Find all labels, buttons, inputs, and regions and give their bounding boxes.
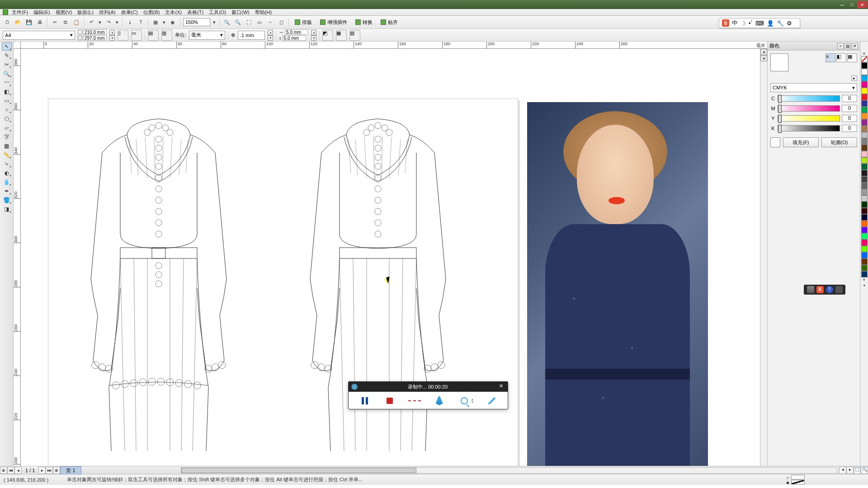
table-tool[interactable]: ▦ xyxy=(2,142,12,150)
page-width-input[interactable]: 210.0 mm xyxy=(83,29,107,35)
page-tab-1[interactable]: 页 1 xyxy=(60,466,81,474)
recorder-pause-button[interactable] xyxy=(359,394,371,407)
redo-dropdown-icon[interactable]: ▾ xyxy=(115,18,119,27)
menu-file[interactable]: 文件(F) xyxy=(10,9,30,16)
palette-swatch[interactable] xyxy=(861,189,868,195)
all-pages-button[interactable]: ▤ xyxy=(148,30,159,41)
text-tool[interactable]: 字 xyxy=(2,133,12,141)
dup-x-input[interactable]: 5.0 mm xyxy=(285,29,308,35)
palette-swatch[interactable] xyxy=(861,145,868,151)
new-icon[interactable]: 🗋 xyxy=(3,18,12,27)
cyan-slider[interactable] xyxy=(778,95,840,102)
outline-tool[interactable]: ✒ xyxy=(2,187,12,195)
menu-table[interactable]: 表格(T) xyxy=(185,9,205,16)
menu-layout[interactable]: 版面(L) xyxy=(75,9,95,16)
palette-swatch[interactable] xyxy=(861,183,868,189)
ruler-origin[interactable] xyxy=(14,42,21,49)
import-icon[interactable]: ⤓ xyxy=(125,18,134,27)
menu-effects[interactable]: 效果(C) xyxy=(119,9,140,16)
ime-punct-icon[interactable]: •ʾ xyxy=(749,20,753,27)
palette-swatch[interactable] xyxy=(861,88,868,94)
color-model-combo[interactable]: CMYK▾ xyxy=(770,83,857,92)
menu-tools[interactable]: 工具(O) xyxy=(207,9,228,16)
palette-swatch[interactable] xyxy=(861,151,868,157)
save-icon[interactable]: 💾 xyxy=(24,18,33,27)
portrait-button[interactable]: ▯ xyxy=(118,30,128,41)
print-icon[interactable]: 🖶 xyxy=(35,18,44,27)
eyedropper-tool[interactable]: 💧 xyxy=(2,178,12,186)
palette-scroll-up[interactable]: ▴ xyxy=(861,51,868,56)
add-page-icon[interactable]: ⊕ xyxy=(0,467,7,474)
palette-swatch[interactable] xyxy=(861,94,868,100)
pick-tool[interactable]: ↖ xyxy=(2,42,12,51)
smart-fill-tool[interactable]: ◧ xyxy=(2,88,12,96)
polygon-tool[interactable]: ⬠ xyxy=(2,115,12,123)
palette-swatch[interactable] xyxy=(861,69,868,75)
zoom-out-icon[interactable]: 🔍 xyxy=(233,18,242,27)
palette-swatch[interactable] xyxy=(861,214,868,221)
ime-mode[interactable]: 中 xyxy=(732,19,738,27)
plugin-snap[interactable]: 贴齐 xyxy=(377,18,401,27)
mini-tool-4[interactable] xyxy=(835,286,843,293)
yellow-slider[interactable] xyxy=(778,115,840,122)
cut-icon[interactable]: ✂ xyxy=(50,18,59,27)
dup-y-input[interactable]: 5.0 mm xyxy=(283,35,306,41)
palette-swatch[interactable] xyxy=(861,221,868,227)
nudge-spinner[interactable]: ▴▾ xyxy=(268,30,273,41)
scroll-up-1[interactable]: ▴ xyxy=(760,49,767,55)
app-launcher-dropdown-icon[interactable]: ▾ xyxy=(162,18,166,27)
palette-swatch[interactable] xyxy=(861,233,868,239)
palette-swatch[interactable] xyxy=(861,75,868,81)
menu-window[interactable]: 窗口(W) xyxy=(230,9,251,16)
menu-view[interactable]: 视图(V) xyxy=(54,9,74,16)
options-button-2[interactable]: ▨ xyxy=(349,30,360,41)
add-page-after-icon[interactable]: ⊕ xyxy=(53,467,60,474)
open-icon[interactable]: 📂 xyxy=(14,18,23,27)
reference-photo[interactable] xyxy=(527,102,708,466)
recorder-line-button[interactable] xyxy=(408,394,421,407)
nav-view-icon[interactable]: 🔍 xyxy=(861,467,868,474)
vertical-ruler[interactable]: 380360340320300280260240220200180 xyxy=(14,49,21,466)
color-options-icon[interactable]: ▸ xyxy=(851,75,857,81)
next-page-icon[interactable]: ▸ xyxy=(38,467,46,474)
recorder-zoom-dropdown[interactable]: ▴▾ xyxy=(472,398,473,404)
basic-shapes-tool[interactable]: ▱ xyxy=(2,124,12,132)
zoom-tool[interactable]: 🔍 xyxy=(2,70,12,78)
plugin-enhance[interactable]: 增强插件 xyxy=(317,18,350,27)
palette-swatch[interactable] xyxy=(861,246,868,252)
recorder-zoom-button[interactable] xyxy=(458,394,471,407)
zoom-page-icon[interactable]: ▭ xyxy=(255,18,264,27)
interactive-tool[interactable]: ◐ xyxy=(2,169,12,177)
dim-spinner[interactable]: ▴▾ xyxy=(109,30,115,41)
outline-button[interactable]: 轮廓(O) xyxy=(821,137,857,147)
menu-arrange[interactable]: 排列(A) xyxy=(97,9,118,16)
maximize-button[interactable]: □ xyxy=(847,1,857,8)
undo-dropdown-icon[interactable]: ▾ xyxy=(98,18,102,27)
treat-as-filled-button[interactable]: ◩ xyxy=(322,30,333,41)
docker-close-icon[interactable]: ✕ xyxy=(852,43,858,49)
rectangle-tool[interactable]: ▭ xyxy=(2,97,12,105)
palette-swatch[interactable] xyxy=(861,202,868,208)
horizontal-scrollbar[interactable] xyxy=(181,467,837,474)
screen-recorder-overlay[interactable]: 录制中... 00:00:20 ✕ ▴▾ xyxy=(348,381,508,409)
first-page-icon[interactable]: ⏮ xyxy=(7,467,14,474)
mini-tool-1[interactable] xyxy=(807,286,814,293)
fill-outline-indicator[interactable]: ◇ ◆ xyxy=(791,475,805,484)
palette-swatch[interactable] xyxy=(861,126,868,132)
page-size-combo[interactable]: A4▾ xyxy=(3,31,75,40)
palette-swatch[interactable] xyxy=(861,119,868,126)
color-viewer-view[interactable]: ◧ xyxy=(836,53,846,62)
shape-tool[interactable]: ✎ xyxy=(2,52,12,60)
welcome-icon[interactable]: ◉ xyxy=(168,18,177,27)
palette-swatch[interactable] xyxy=(861,107,868,113)
black-value[interactable]: 0 xyxy=(842,125,857,132)
palette-flyout[interactable]: ◂ xyxy=(861,283,868,288)
magenta-value[interactable]: 0 xyxy=(842,105,857,112)
palette-swatch[interactable] xyxy=(861,81,868,88)
palette-swatch[interactable] xyxy=(861,170,868,176)
fill-tool[interactable]: 🪣 xyxy=(2,196,12,204)
ime-keyboard-icon[interactable]: ⌨ xyxy=(755,20,764,27)
palette-swatch[interactable] xyxy=(861,252,868,258)
ime-settings-icon[interactable]: ⚙ xyxy=(787,20,792,27)
fill-swatch[interactable] xyxy=(770,137,780,147)
